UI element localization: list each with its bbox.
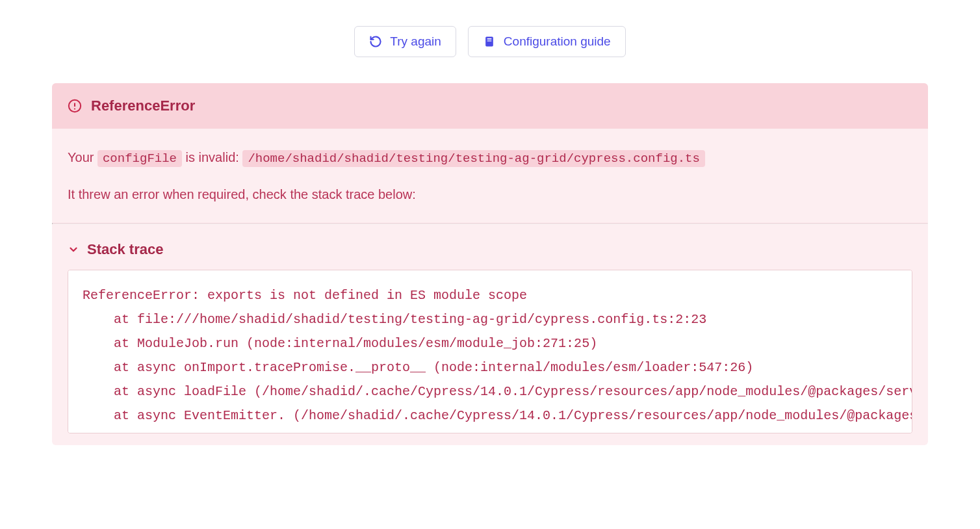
page-container: Try again Configuration guide [0,0,980,445]
error-message-line-2: It threw an error when required, check t… [68,184,912,205]
chevron-down-icon [68,244,79,255]
stack-trace-section: Stack trace ReferenceError: exports is n… [52,224,928,445]
error-configfile-code: configFile [97,150,182,167]
error-header: ReferenceError [52,83,928,129]
svg-rect-0 [485,37,493,47]
stack-trace-box[interactable]: ReferenceError: exports is not defined i… [68,270,912,433]
refresh-icon [369,35,382,48]
error-panel: ReferenceError Your configFile is invali… [52,83,928,445]
stack-trace-toggle[interactable]: Stack trace [68,241,912,258]
error-body: Your configFile is invalid: /home/shadid… [52,129,928,223]
try-again-button[interactable]: Try again [354,26,456,57]
error-msg-mid: is invalid: [182,150,242,164]
svg-rect-2 [487,40,492,41]
stack-trace-heading: Stack trace [87,241,163,258]
action-button-row: Try again Configuration guide [0,26,980,57]
book-icon [483,35,496,48]
svg-point-5 [74,108,75,109]
stack-trace-text: ReferenceError: exports is not defined i… [83,283,897,428]
config-guide-button[interactable]: Configuration guide [468,26,626,57]
error-msg-prefix: Your [68,150,97,164]
config-guide-label: Configuration guide [504,34,611,49]
error-configpath-code: /home/shadid/shadid/testing/testing-ag-g… [242,150,705,167]
try-again-label: Try again [390,34,441,49]
error-message-line-1: Your configFile is invalid: /home/shadid… [68,147,912,168]
svg-rect-1 [487,38,492,40]
error-icon [68,99,82,113]
error-title: ReferenceError [91,97,195,114]
